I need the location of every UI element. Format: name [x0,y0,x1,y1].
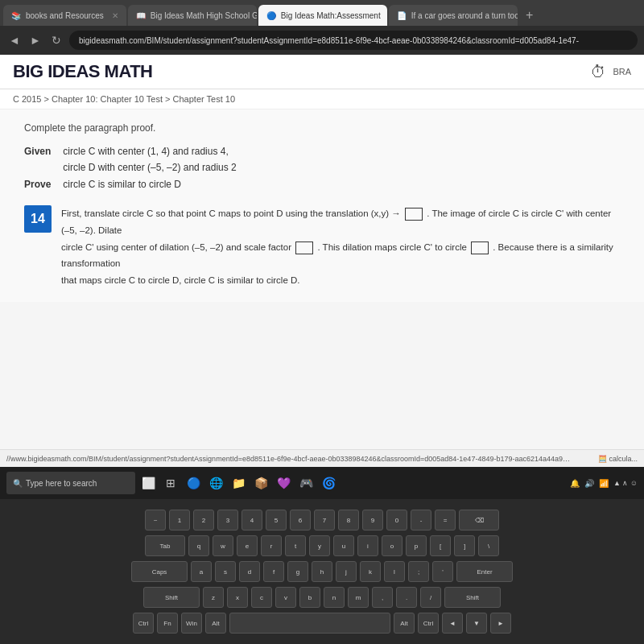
key-n[interactable]: n [324,587,345,608]
system-icon-wifi[interactable]: 📶 [599,479,609,488]
taskbar-icon-twitch[interactable]: 🎮 [296,473,316,493]
key-5[interactable]: 5 [266,510,287,530]
answer-box-3[interactable] [471,242,489,254]
taskbar-search[interactable]: 🔍 Type here to search [6,472,135,494]
taskbar-icon-app[interactable]: 🌀 [319,473,338,493]
key-2[interactable]: 2 [193,510,214,530]
tab-books[interactable]: 📚 books and Resources ✕ [3,5,126,26]
prove-label: Prove [24,176,60,192]
key-left[interactable]: ◄ [442,613,463,634]
key-d[interactable]: d [239,561,260,582]
key-rshift[interactable]: Shift [444,587,501,608]
key-r[interactable]: r [261,535,282,556]
key-fn[interactable]: Fn [157,613,178,634]
key-1[interactable]: 1 [169,510,190,530]
status-right: 🧮 calcula... [598,455,638,463]
key-lbracket[interactable]: [ [430,535,451,556]
key-f[interactable]: f [263,561,284,582]
key-u[interactable]: u [333,535,354,556]
key-down[interactable]: ▼ [466,613,487,634]
key-backspace[interactable]: ⌫ [459,510,499,530]
key-e[interactable]: e [237,535,258,556]
key-lctrl[interactable]: Ctrl [133,613,154,634]
key-period[interactable]: . [396,587,417,608]
given-label: Given [24,143,60,159]
forward-button[interactable]: ► [27,34,43,47]
key-4[interactable]: 4 [242,510,262,530]
answer-box-2[interactable] [295,242,313,254]
key-b[interactable]: b [299,587,320,608]
key-z[interactable]: z [203,587,224,608]
taskbar-icon-slack[interactable]: 💜 [274,473,293,493]
taskbar-icon-cortana[interactable]: ⬜ [138,473,158,493]
laptop-bezel: 🔍 Type here to search ⬜ ⊞ 🔵 🌐 📁 📦 💜 🎮 🌀 … [0,467,644,644]
tab-books-close[interactable]: ✕ [112,11,118,20]
key-space[interactable] [229,613,390,634]
key-tab[interactable]: Tab [145,535,185,556]
key-slash[interactable]: / [420,587,441,608]
key-8[interactable]: 8 [338,510,359,530]
key-p[interactable]: p [406,535,427,556]
key-g[interactable]: g [287,561,308,582]
key-0[interactable]: 0 [386,510,407,530]
keyboard-area: ~ 1 2 3 4 5 6 7 8 9 0 - = ⌫ Tab q w e r [0,499,644,644]
new-tab-button[interactable]: + [519,5,540,26]
key-ralt[interactable]: Alt [394,613,415,634]
bim-logo: BIG IDEAS MATH [13,61,152,82]
key-lshift[interactable]: Shift [143,587,200,608]
key-backslash[interactable]: \ [478,535,499,556]
key-h[interactable]: h [312,561,332,582]
key-caps[interactable]: Caps [131,561,188,582]
tab-bigideas[interactable]: 📖 Big Ideas Math High School Ge ✕ [128,5,257,26]
key-l[interactable]: l [384,561,405,582]
key-c[interactable]: c [251,587,272,608]
key-i[interactable]: i [357,535,378,556]
answer-box-1[interactable] [405,208,423,221]
bra-text: BRA [613,67,631,76]
system-icon-volume[interactable]: 🔊 [584,479,594,488]
key-6[interactable]: 6 [290,510,311,530]
key-right[interactable]: ► [490,613,511,634]
taskbar-icon-task[interactable]: ⊞ [161,473,180,493]
key-m[interactable]: m [348,587,369,608]
key-tilde[interactable]: ~ [145,510,166,530]
key-7[interactable]: 7 [314,510,335,530]
taskbar-icon-edge[interactable]: 🔵 [184,473,203,493]
q-text-1: First, translate circle C so that point … [61,208,401,218]
taskbar-icon-dropbox[interactable]: 📦 [251,473,270,493]
key-enter[interactable]: Enter [456,561,513,582]
given-text-line1: circle C with center (1, 4) and radius 4… [63,146,228,157]
key-equals[interactable]: = [435,510,456,530]
key-3[interactable]: 3 [217,510,238,530]
key-win[interactable]: Win [181,613,202,634]
taskbar-icon-globe[interactable]: 🌐 [206,473,225,493]
key-comma[interactable]: , [372,587,393,608]
system-icon-notification[interactable]: 🔔 [570,479,580,488]
key-x[interactable]: x [227,587,248,608]
key-t[interactable]: t [285,535,306,556]
key-k[interactable]: k [360,561,381,582]
key-rbracket[interactable]: ] [454,535,475,556]
key-j[interactable]: j [336,561,357,582]
taskbar-icon-folder[interactable]: 📁 [229,473,248,493]
key-lalt[interactable]: Alt [205,613,226,634]
key-minus[interactable]: - [411,510,431,530]
key-rctrl[interactable]: Ctrl [418,613,439,634]
key-a[interactable]: a [191,561,212,582]
key-q[interactable]: q [188,535,209,556]
key-w[interactable]: w [213,535,233,556]
key-quote[interactable]: ' [432,561,453,582]
key-row-4: Shift z x c v b n m , . / Shift [143,587,501,608]
address-input[interactable] [69,31,638,50]
key-9[interactable]: 9 [362,510,383,530]
key-y[interactable]: y [309,535,330,556]
tab-car[interactable]: 📄 If a car goes around a turn too ✕ [389,5,518,26]
tab-assessment[interactable]: 🔵 Big Ideas Math:Assessment ✕ [258,5,387,26]
key-semicolon[interactable]: ; [408,561,429,582]
search-placeholder: Type here to search [26,479,97,488]
key-s[interactable]: s [215,561,236,582]
key-v[interactable]: v [275,587,296,608]
refresh-button[interactable]: ↻ [48,34,64,47]
back-button[interactable]: ◄ [6,34,23,47]
key-o[interactable]: o [382,535,402,556]
